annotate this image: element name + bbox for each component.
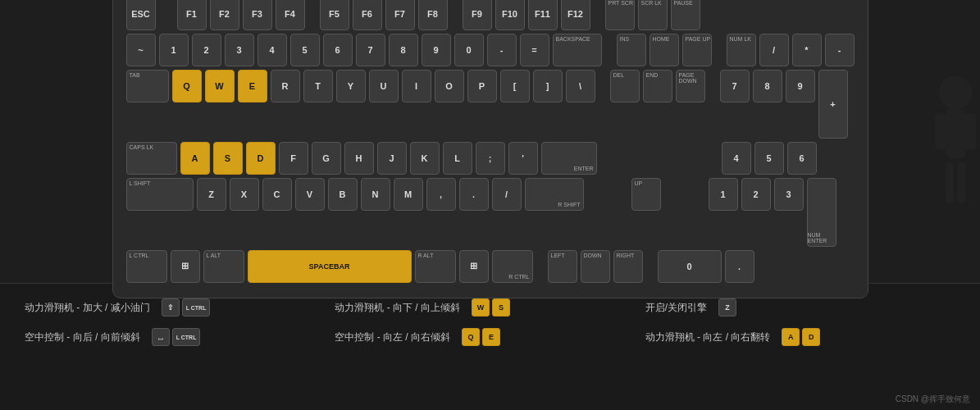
key-minus[interactable]: - [487, 34, 517, 66]
key-backslash[interactable]: \ [566, 70, 595, 102]
key-insert[interactable]: INS [617, 34, 646, 66]
key-j[interactable]: J [377, 142, 407, 175]
key-delete[interactable]: DEL [610, 70, 640, 102]
key-num1[interactable]: 1 [709, 178, 738, 211]
key-num8[interactable]: 8 [753, 70, 782, 102]
key-lctrl[interactable]: L CTRL [126, 250, 167, 283]
key-lbracket[interactable]: [ [500, 70, 530, 102]
key-q[interactable]: Q [172, 70, 202, 102]
key-f[interactable]: F [279, 142, 308, 175]
key-t[interactable]: T [303, 70, 333, 102]
key-f4[interactable]: F4 [276, 0, 305, 30]
key-numstar[interactable]: * [792, 34, 822, 66]
key-caps[interactable]: CAPS LK [126, 142, 177, 175]
key-scrlk[interactable]: SCR LK [638, 0, 668, 30]
key-f10[interactable]: F10 [495, 0, 525, 30]
key-numenter[interactable]: NUM ENTER [807, 178, 836, 247]
key-f12[interactable]: F12 [561, 0, 590, 30]
key-8[interactable]: 8 [389, 34, 418, 66]
key-g[interactable]: G [312, 142, 341, 175]
key-f2[interactable]: F2 [210, 0, 239, 30]
key-prtscr[interactable]: PRT SCR [605, 0, 635, 30]
key-r[interactable]: R [271, 70, 300, 102]
key-b[interactable]: B [328, 178, 358, 211]
key-3[interactable]: 3 [225, 34, 254, 66]
key-f6[interactable]: F6 [353, 0, 382, 30]
key-f1[interactable]: F1 [177, 0, 207, 30]
key-down[interactable]: DOWN [581, 250, 610, 283]
key-numminus[interactable]: - [825, 34, 855, 66]
key-left[interactable]: LEFT [548, 250, 577, 283]
key-home[interactable]: HOME [650, 34, 679, 66]
key-numplus[interactable]: + [818, 70, 848, 139]
key-spacebar[interactable]: SPACEBAR [248, 250, 412, 283]
key-lshift[interactable]: L SHIFT [126, 178, 194, 211]
key-e[interactable]: E [238, 70, 267, 102]
key-comma[interactable]: , [426, 178, 456, 211]
key-right[interactable]: RIGHT [613, 250, 643, 283]
key-f3[interactable]: F3 [243, 0, 272, 30]
key-s[interactable]: S [213, 142, 243, 175]
key-k[interactable]: K [410, 142, 440, 175]
key-end[interactable]: END [643, 70, 672, 102]
key-d[interactable]: D [246, 142, 276, 175]
key-h[interactable]: H [344, 142, 374, 175]
key-num7[interactable]: 7 [720, 70, 750, 102]
key-quote[interactable]: ' [508, 142, 538, 175]
key-numdot[interactable]: . [725, 250, 754, 283]
key-rshift[interactable]: R SHIFT [525, 178, 584, 211]
key-pageup[interactable]: PAGE UP [682, 34, 712, 66]
key-num4[interactable]: 4 [722, 142, 751, 175]
key-backspace[interactable]: BACKSPACE [553, 34, 602, 66]
key-i[interactable]: I [402, 70, 431, 102]
key-6[interactable]: 6 [323, 34, 353, 66]
key-z[interactable]: Z [197, 178, 226, 211]
key-f7[interactable]: F7 [385, 0, 415, 30]
key-esc[interactable]: ESC [126, 0, 156, 30]
key-semicolon[interactable]: ; [476, 142, 505, 175]
key-u[interactable]: U [369, 70, 399, 102]
key-a[interactable]: A [180, 142, 210, 175]
key-tilde[interactable]: ~ [126, 34, 156, 66]
key-rbracket[interactable]: ] [533, 70, 563, 102]
key-m[interactable]: M [394, 178, 423, 211]
key-ralt[interactable]: R ALT [415, 250, 456, 283]
key-f11[interactable]: F11 [528, 0, 558, 30]
key-2[interactable]: 2 [192, 34, 221, 66]
key-x[interactable]: X [230, 178, 259, 211]
key-num9[interactable]: 9 [786, 70, 815, 102]
key-tab[interactable]: TAB [126, 70, 169, 102]
key-slash[interactable]: / [492, 178, 522, 211]
key-num6[interactable]: 6 [787, 142, 817, 175]
key-5[interactable]: 5 [290, 34, 320, 66]
key-f8[interactable]: F8 [418, 0, 448, 30]
key-w[interactable]: W [205, 70, 235, 102]
key-num5[interactable]: 5 [754, 142, 784, 175]
key-p[interactable]: P [467, 70, 497, 102]
key-pagedown[interactable]: PAGE DOWN [676, 70, 705, 102]
key-pause[interactable]: PAUSE [671, 0, 700, 30]
key-7[interactable]: 7 [356, 34, 385, 66]
key-l[interactable]: L [443, 142, 472, 175]
key-up[interactable]: UP [631, 178, 661, 211]
key-num2[interactable]: 2 [741, 178, 771, 211]
key-c[interactable]: C [262, 178, 292, 211]
key-num0[interactable]: 0 [658, 250, 722, 283]
key-0[interactable]: 0 [454, 34, 484, 66]
key-equals[interactable]: = [520, 34, 549, 66]
key-1[interactable]: 1 [159, 34, 189, 66]
key-f5[interactable]: F5 [320, 0, 349, 30]
key-n[interactable]: N [361, 178, 390, 211]
key-v[interactable]: V [295, 178, 325, 211]
key-rwin[interactable]: ⊞ [459, 250, 489, 283]
key-numlk[interactable]: NUM LK [727, 34, 756, 66]
key-f9[interactable]: F9 [463, 0, 492, 30]
key-o[interactable]: O [435, 70, 464, 102]
key-4[interactable]: 4 [258, 34, 287, 66]
key-y[interactable]: Y [336, 70, 366, 102]
key-9[interactable]: 9 [422, 34, 451, 66]
key-lalt[interactable]: L ALT [203, 250, 244, 283]
key-enter[interactable]: ENTER [541, 142, 597, 175]
key-numslash[interactable]: / [759, 34, 789, 66]
key-rctrl[interactable]: R CTRL [492, 250, 533, 283]
